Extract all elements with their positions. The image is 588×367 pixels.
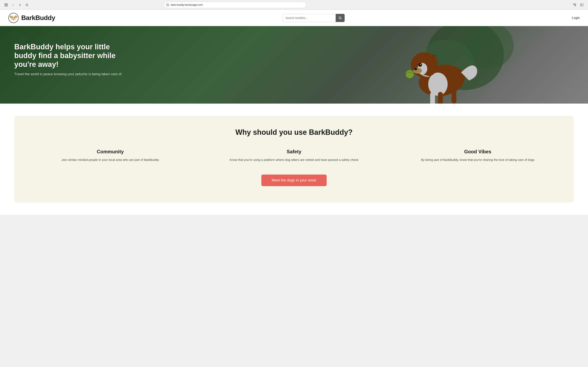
tab-switcher-icon[interactable] [3, 2, 9, 8]
svg-rect-6 [575, 4, 576, 5]
search-button[interactable] [336, 14, 345, 22]
search-bar [283, 14, 345, 22]
svg-rect-3 [6, 5, 8, 6]
svg-point-17 [15, 17, 15, 18]
lock-icon [166, 3, 169, 6]
feature-safety-description: Know that you're using a platform where … [206, 157, 382, 162]
svg-rect-0 [5, 3, 6, 5]
cta-container: Meet the dogs in your area! [22, 175, 566, 186]
navbar-brand: BarkBuddy [8, 13, 55, 23]
svg-rect-8 [580, 4, 583, 6]
hero-content: BarkBuddy helps your little buddy find a… [0, 26, 143, 92]
svg-rect-2 [5, 5, 6, 6]
browser-nav-buttons [3, 2, 30, 8]
share-icon[interactable] [572, 2, 577, 8]
website: BarkBuddy Login [0, 10, 588, 215]
svg-rect-4 [167, 5, 169, 6]
feature-community-description: Join similar minded people in your local… [22, 157, 198, 162]
feature-good-vibes: Good Vibes By being part of BarkBuddy, k… [390, 149, 566, 162]
sidebar-icon[interactable] [579, 2, 585, 8]
address-bar[interactable]: bark-buddy.herokuapp.com [164, 2, 306, 8]
hero-section: BarkBuddy helps your little buddy find a… [0, 26, 588, 104]
feature-safety: Safety Know that you're using a platform… [206, 149, 382, 162]
svg-point-14 [12, 17, 13, 18]
svg-point-16 [12, 17, 13, 18]
svg-point-19 [12, 18, 15, 20]
feature-good-vibes-title: Good Vibes [390, 149, 566, 155]
hero-title: BarkBuddy helps your little buddy find a… [14, 42, 129, 69]
brand-logo [8, 13, 19, 23]
feature-good-vibes-description: By being part of BarkBuddy, know that yo… [390, 157, 566, 162]
search-input[interactable] [283, 14, 336, 22]
navbar: BarkBuddy Login [0, 10, 588, 26]
hero-subtitle: Travel the world in peace knowing your p… [14, 72, 129, 76]
svg-rect-5 [573, 4, 574, 5]
browser-chrome: bark-buddy.herokuapp.com [0, 0, 588, 10]
feature-community-title: Community [22, 149, 198, 155]
reload-button[interactable] [24, 2, 30, 8]
search-icon [338, 16, 342, 20]
forward-button[interactable] [17, 2, 23, 8]
feature-community: Community Join similar minded people in … [22, 149, 198, 162]
back-button[interactable] [10, 2, 16, 8]
svg-rect-1 [6, 3, 8, 5]
url-text: bark-buddy.herokuapp.com [171, 3, 203, 6]
login-button[interactable]: Login [572, 16, 580, 20]
features-section: Why should you use BarkBuddy? Community … [14, 116, 574, 202]
brand-name: BarkBuddy [21, 14, 55, 22]
features-outer: Why should you use BarkBuddy? Community … [0, 104, 588, 215]
svg-rect-7 [575, 5, 576, 6]
browser-right-icons [572, 2, 585, 8]
features-grid: Community Join similar minded people in … [22, 149, 566, 162]
feature-safety-title: Safety [206, 149, 382, 155]
cta-button[interactable]: Meet the dogs in your area! [261, 175, 327, 186]
features-heading: Why should you use BarkBuddy? [22, 128, 566, 137]
svg-point-15 [14, 17, 15, 18]
